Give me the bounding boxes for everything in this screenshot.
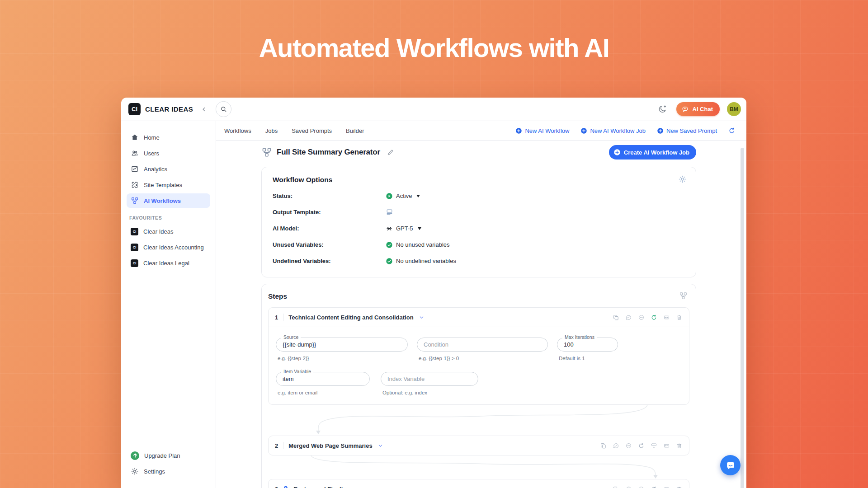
new-ai-workflow-job-link[interactable]: New AI Workflow Job [580,127,646,134]
status-dropdown[interactable]: Active [386,192,420,200]
play-circle-icon [386,192,393,200]
ai-model-label: AI Model: [273,225,386,232]
output-template-label: Output Template: [273,209,386,216]
hero-title: Automated Workflows with AI [0,33,868,63]
ci-badge-icon: CI [131,244,138,251]
tab-bar: Workflows Jobs Saved Prompts Builder New… [216,121,746,141]
template-icon[interactable] [386,208,393,216]
sidebar-item-home[interactable]: Home [127,130,210,145]
create-button-label: Create AI Workflow Job [624,149,689,156]
favourite-clear-ideas[interactable]: CI Clear Ideas [127,224,210,239]
collapse-sidebar-icon[interactable] [199,105,208,114]
condition-input[interactable] [417,338,548,352]
step-card-3: 3 Review and Finalize [268,479,689,488]
sidebar-item-users[interactable]: Users [127,146,210,160]
index-variable-input[interactable] [381,372,478,386]
theme-toggle-icon[interactable] [657,104,667,114]
settings-button[interactable]: Settings [127,464,210,479]
item-variable-field-label: Item Variable [281,369,313,374]
vertical-scrollbar[interactable] [741,148,744,488]
favourite-clear-ideas-legal[interactable]: CI Clear Ideas Legal [127,256,210,270]
comment-check-icon[interactable] [625,314,632,321]
status-value: Active [396,192,412,199]
site-templates-icon [131,181,139,189]
chevron-down-icon[interactable] [418,314,425,321]
chevron-down-icon[interactable] [377,442,384,450]
rerun-step-icon[interactable] [651,486,657,488]
upgrade-arrow-icon [131,451,139,460]
sidebar-item-ai-workflows[interactable]: AI Workflows [127,193,210,208]
duplicate-step-icon[interactable] [613,314,619,321]
insert-row-above-icon[interactable] [651,442,657,449]
pin-icon [282,485,289,488]
step-title: Merged Web Page Summaries [288,442,372,449]
favourite-clear-ideas-accounting[interactable]: CI Clear Ideas Accounting [127,240,210,254]
delete-step-icon[interactable] [676,486,683,488]
insert-row-icon[interactable] [663,442,670,449]
undefined-variables-value: No undefined variables [386,258,456,265]
sidebar-item-label: Home [144,134,160,141]
tab-builder[interactable]: Builder [346,127,364,134]
tab-workflows[interactable]: Workflows [224,127,251,134]
unused-variables-value: No unused variables [386,241,450,249]
plus-circle-icon [515,127,522,134]
plus-circle-icon [580,127,587,134]
step-number: 2 [275,442,278,449]
insert-row-icon[interactable] [663,486,670,488]
search-button[interactable] [216,101,231,117]
step-connector [268,455,689,479]
source-field-label: Source [281,334,301,340]
upgrade-plan-button[interactable]: Upgrade Plan [127,448,210,463]
more-options-icon[interactable] [638,314,645,321]
page-title: Full Site Summary Generator [277,148,380,157]
ci-badge-icon: CI [131,259,138,267]
ci-badge-icon: CI [131,228,138,235]
sidebar-item-label: Analytics [144,166,167,173]
sidebar: Home Users Analytics Site Templates AI W… [121,121,216,488]
ai-chat-icon-text: AI [684,108,686,110]
new-saved-prompt-link[interactable]: New Saved Prompt [657,127,717,134]
analytics-icon [131,165,139,173]
sidebar-item-analytics[interactable]: Analytics [127,162,210,176]
app-window: CI CLEAR IDEAS AI AI Chat BM Home [121,98,746,488]
sidebar-item-site-templates[interactable]: Site Templates [127,178,210,192]
ai-model-value: GPT-5 [396,225,413,232]
steps-title: Steps [268,292,689,300]
ai-model-dropdown[interactable]: GPT-5 [386,225,421,232]
insert-row-icon[interactable] [663,314,670,321]
more-options-icon[interactable] [638,486,645,488]
max-iterations-helper: Default is 1 [559,356,618,361]
action-label: New AI Workflow [525,127,569,134]
rerun-step-icon[interactable] [651,314,657,321]
refresh-icon[interactable] [728,127,736,134]
tab-saved-prompts[interactable]: Saved Prompts [292,127,332,134]
chevron-up-icon[interactable] [353,485,361,488]
create-ai-workflow-job-button[interactable]: Create AI Workflow Job [609,145,696,160]
comment-check-icon[interactable] [613,442,619,449]
duplicate-step-icon[interactable] [613,486,619,488]
sidebar-item-label: Site Templates [144,182,182,188]
more-options-icon[interactable] [625,442,632,449]
options-gear-icon[interactable] [678,175,687,183]
ai-chat-button[interactable]: AI AI Chat [676,102,720,116]
desktop-background: Automated Workflows with AI CI CLEAR IDE… [0,0,868,488]
openai-icon [386,225,393,232]
output-template-value[interactable] [386,208,393,216]
delete-step-icon[interactable] [676,314,683,321]
comment-check-icon[interactable] [625,486,632,488]
steps-config-icon[interactable] [679,291,688,300]
item-variable-helper: e.g. item or email [278,390,370,395]
tab-jobs[interactable]: Jobs [265,127,278,134]
avatar[interactable]: BM [727,102,741,116]
duplicate-step-icon[interactable] [600,442,607,449]
edit-pencil-icon[interactable] [387,149,394,156]
new-ai-workflow-link[interactable]: New AI Workflow [515,127,569,134]
step-number: 3 [275,486,278,488]
support-chat-launcher-button[interactable] [720,455,741,475]
delete-step-icon[interactable] [676,442,683,449]
workflow-options-title: Workflow Options [273,176,685,184]
rerun-step-icon[interactable] [638,442,645,449]
brand-name: CLEAR IDEAS [145,105,193,113]
search-icon [220,105,227,113]
step-number: 1 [275,314,278,321]
